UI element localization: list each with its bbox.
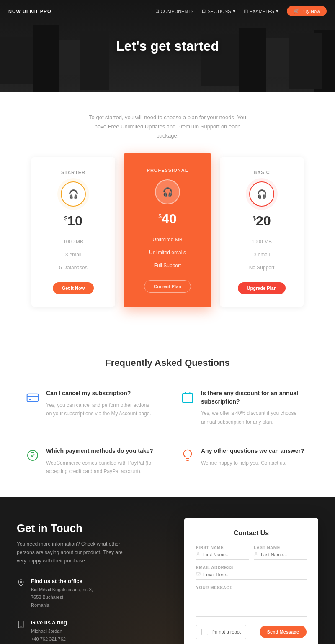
pricing-icon-wrap-featured: 🎧	[155, 179, 180, 204]
last-name-input[interactable]	[261, 552, 307, 557]
phone-details: Give us a ring Michael Jordan +40 762 32…	[31, 619, 74, 644]
svg-point-13	[255, 552, 257, 554]
professional-plan-button[interactable]: Current Plan	[144, 280, 191, 293]
pricing-feature-2: 3 email	[40, 248, 107, 261]
navbar: NOW UI KIT PRO ⊞ COMPONENTS ⊟ SECTIONS ▾…	[0, 0, 335, 22]
payment-icon	[25, 448, 40, 463]
svg-point-11	[21, 626, 21, 627]
form-name-row: First name Last name	[196, 545, 307, 560]
faq-item-cancel: Can I cancel my subscription? Yes, you c…	[25, 389, 155, 426]
message-label: Your message	[196, 585, 307, 590]
office-details: Find us at the office Bid Mihail Kogalni…	[31, 578, 93, 609]
phone-icon	[17, 620, 25, 631]
headphones-icon-basic: 🎧	[257, 189, 267, 199]
pricing-feature-2: Unlimited emails	[132, 246, 203, 259]
brand-logo: NOW UI KIT PRO	[8, 9, 52, 14]
faq-question: Which payment methods do you take?	[46, 447, 155, 455]
last-name-group: Last name	[254, 545, 307, 560]
contact-form-panel: Contact Us First name Last name	[184, 518, 318, 644]
svg-rect-0	[27, 394, 39, 402]
faq-item-discount: Is there any discount for an annual subs…	[180, 389, 310, 426]
faq-item-content: Can I cancel my subscription? Yes, you c…	[46, 389, 155, 418]
faq-section: Frequently Asked Questions Can I cancel …	[0, 332, 335, 496]
faq-grid: Can I cancel my subscription? Yes, you c…	[25, 389, 310, 475]
faq-item-content: Which payment methods do you take? WooCo…	[46, 447, 155, 475]
pricing-card-basic: Basic 🎧 $20 1000 MB 3 email No Support U…	[220, 157, 304, 307]
first-name-label: First name	[196, 545, 249, 550]
basic-plan-button[interactable]: Upgrade Plan	[238, 282, 286, 294]
message-group: Your message	[196, 585, 307, 625]
contact-form-title: Contact Us	[196, 529, 307, 537]
touch-section: Get in Touch You need more information? …	[0, 497, 335, 644]
email-group: Email address	[196, 565, 307, 580]
faq-answer: We are happy to help you. Contact us.	[201, 459, 304, 467]
faq-title: Frequently Asked Questions	[25, 358, 310, 368]
nav-sections[interactable]: ⊟ SECTIONS ▾	[202, 8, 235, 14]
faq-question: Is there any discount for an annual subs…	[201, 389, 310, 406]
faq-item-content: Any other questions we can answer? We ar…	[201, 447, 304, 467]
touch-title: Get in Touch	[17, 522, 168, 535]
pricing-section: To get started, you will need to choose …	[0, 92, 335, 332]
pricing-feature-3: No Support	[228, 261, 295, 274]
phone-text: Michael Jordan +40 762 321 762 Mon - Fri…	[31, 627, 74, 644]
pricing-subtitle: To get started, you will need to choose …	[88, 113, 247, 141]
form-bottom-row: I'm not a robot Send Message	[196, 625, 307, 639]
office-label: Find us at the office	[31, 578, 93, 584]
pricing-feature-2: 3 email	[228, 248, 295, 261]
faq-answer: WooCommerce comes bundled with PayPal (f…	[46, 459, 155, 476]
last-name-input-wrap	[254, 552, 307, 560]
lightbulb-icon	[180, 448, 195, 463]
office-address: Bid Mihail Kogalniceanu, nr. 8, 7652 Buc…	[31, 586, 93, 609]
recaptcha-checkbox[interactable]	[201, 629, 208, 635]
pricing-card-professional: Professional 🎧 $40 Unlimited MB Unlimite…	[124, 153, 211, 307]
cart-icon: 🛒	[294, 8, 299, 14]
nav-components[interactable]: ⊞ COMPONENTS	[155, 8, 194, 14]
nav-links: ⊞ COMPONENTS ⊟ SECTIONS ▾ ◫ EXAMPLES ▾ 🛒…	[155, 6, 327, 16]
email-icon	[196, 572, 201, 578]
message-textarea[interactable]	[196, 592, 307, 617]
first-name-input[interactable]	[203, 552, 249, 557]
credit-card-icon	[25, 390, 40, 405]
faq-item-content: Is there any discount for an annual subs…	[201, 389, 310, 426]
pricing-feature-3: Full Support	[132, 259, 203, 272]
person-icon	[196, 552, 201, 557]
starter-plan-button[interactable]: Get it Now	[53, 282, 94, 294]
faq-answer: Yes, you can cancel and perform other ac…	[46, 401, 155, 418]
sections-icon: ⊟	[202, 8, 206, 14]
phone-label: Give us a ring	[31, 619, 74, 626]
pricing-feature-1: 1000 MB	[40, 235, 107, 248]
touch-phone-info: Give us a ring Michael Jordan +40 762 32…	[17, 619, 168, 644]
person-icon-2	[254, 552, 258, 557]
send-message-button[interactable]: Send Message	[260, 626, 307, 638]
recaptcha-widget[interactable]: I'm not a robot	[196, 625, 246, 639]
svg-rect-14	[196, 572, 200, 575]
calendar-icon	[180, 390, 195, 405]
chevron-down-icon: ▾	[276, 8, 278, 14]
pricing-card-starter: Starter 🎧 $10 1000 MB 3 email 5 Database…	[31, 157, 115, 307]
grid-icon: ⊞	[155, 8, 159, 14]
pricing-feature-3: 5 Databases	[40, 261, 107, 274]
pricing-plan-name: Professional	[132, 168, 203, 173]
chevron-down-icon: ▾	[233, 8, 235, 14]
faq-answer: Yes, we offer a 40% discount if you choo…	[201, 409, 310, 426]
pricing-icon-wrap: 🎧	[61, 181, 86, 207]
pricing-cards: Starter 🎧 $10 1000 MB 3 email 5 Database…	[17, 157, 318, 307]
headphones-icon-featured: 🎧	[162, 187, 173, 197]
faq-question: Any other questions we can answer?	[201, 447, 304, 455]
pricing-feature-1: Unlimited MB	[132, 233, 203, 246]
touch-office-info: Find us at the office Bid Mihail Kogalni…	[17, 578, 168, 609]
examples-icon: ◫	[244, 8, 248, 14]
location-pin-icon	[17, 579, 25, 589]
pricing-price: $10	[40, 213, 107, 229]
hero-title: Let's get started	[116, 38, 219, 54]
buy-now-button[interactable]: 🛒 Buy Now	[287, 6, 327, 16]
pricing-price-basic: $20	[228, 213, 295, 229]
svg-point-9	[20, 581, 22, 583]
email-input-wrap	[196, 572, 307, 580]
faq-question: Can I cancel my subscription?	[46, 389, 155, 398]
nav-examples[interactable]: ◫ EXAMPLES ▾	[244, 8, 278, 14]
email-input[interactable]	[203, 572, 307, 577]
pricing-icon-wrap-basic: 🎧	[249, 181, 274, 207]
pricing-price-featured: $40	[132, 211, 203, 227]
svg-rect-3	[183, 394, 193, 403]
